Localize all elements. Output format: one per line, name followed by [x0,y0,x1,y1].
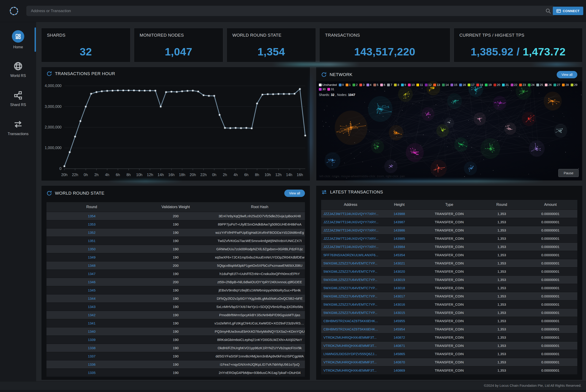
round-link[interactable]: 1336 [46,360,137,368]
address-link[interactable]: JZZJAZ3W7T2J4UXGVQYY7XRY... [321,210,380,218]
address-link[interactable]: VTRDKZMUHRIQHXK4EMMF3T... [321,366,380,374]
root-hash-cell: h1duPq81f7+Uuh/Ff/ZnNr+Cnoku0txQPrh0mrzE… [214,270,305,278]
refresh-icon[interactable] [46,190,52,196]
round-link[interactable]: 1342 [46,311,137,319]
network-graph-canvas[interactable]: Unsharded0123456789101112131415161718192… [317,81,582,180]
height-link[interactable]: 145865 [380,350,418,358]
round-link[interactable]: 1339 [46,336,137,344]
transactions-arrows-icon [13,119,23,129]
wrs-view-all-button[interactable]: View all [284,190,305,197]
height-link[interactable]: 143986 [380,226,418,234]
round-link[interactable]: 1340 [46,327,137,336]
refresh-icon[interactable] [46,71,52,76]
validators-weight-cell: 200 [137,212,214,220]
round-link[interactable]: 1350 [46,245,137,253]
round-link[interactable]: 1344 [46,294,137,302]
sidebar-item-shard-rs[interactable]: Shard RS [0,90,36,107]
sidebar-item-world-rs[interactable]: World RS [0,61,36,78]
height-link[interactable]: 143015 [380,308,418,317]
height-link[interactable]: 140872 [380,333,418,342]
height-link[interactable]: 143988 [380,210,418,218]
height-link[interactable]: 143985 [380,234,418,242]
round-link[interactable]: 1337 [46,352,137,360]
round-link[interactable]: 1347 [46,270,137,278]
amount-cell: 0.00000001 [524,317,577,325]
search-input[interactable] [26,6,555,16]
address-link[interactable]: 5WXGML2Z5Z27U64VEMTC7YP... [321,267,380,276]
round-link[interactable]: 1352 [46,228,137,236]
amount-cell: 0.00000001 [524,300,577,308]
address-link[interactable]: 5WXGML2Z5Z27U64VEMTC7YP... [321,284,380,292]
round-cell: 1,353 [480,267,524,276]
address-link[interactable]: 5WXGML2Z5Z27U64VEMTC7YP... [321,259,380,267]
height-link[interactable]: 143016 [380,300,418,308]
height-link[interactable]: 140870 [380,358,418,366]
main-content: SHARDS 32 MONITORED NODES 1,047 WORLD RO… [36,22,586,381]
round-link[interactable]: 1335 [46,368,137,377]
round-link[interactable]: 1351 [46,236,137,245]
round-link[interactable]: 1341 [46,319,137,327]
height-link[interactable]: 143017 [380,292,418,300]
address-link[interactable]: CBHBMSTR2XAC4Z6T5KK6EHK... [321,325,380,333]
height-link[interactable]: 145354 [380,251,418,259]
round-cell: 1,353 [480,317,524,325]
search-icon[interactable] [545,8,551,14]
address-link[interactable]: JZZJAZ3W7T2J4UXGVQYY7XRY... [321,242,380,251]
height-link[interactable]: 143987 [380,218,418,226]
svg-text:6h: 6h [116,173,120,177]
shard-network-icon [13,90,23,100]
amount-cell: 0.00000001 [524,267,577,276]
round-link[interactable]: 1345 [46,286,137,294]
type-cell: TRANSFER_COIN [418,242,480,251]
height-link[interactable]: 143984 [380,242,418,251]
refresh-icon[interactable] [321,72,327,78]
address-link[interactable]: 5FF763NSXAORZKULWILANXF6... [321,251,380,259]
stat-card-tps: CURRENT TPS / HIGHEST TPS 1,385.92 / 1,4… [454,28,583,62]
round-link[interactable]: 1346 [46,278,137,286]
round-link[interactable]: 1349 [46,253,137,261]
address-link[interactable]: CBHBMSTR2XAC4Z6T5KK6EHK... [321,317,380,325]
address-link[interactable]: VTRDKZMUHRIQHXK4EMMF3T... [321,358,380,366]
address-link[interactable]: JZZJAZ3W7T2J4UXGVQYY7XRY... [321,234,380,242]
address-link[interactable]: 5WXGML2Z5Z27U64VEMTC7YP... [321,276,380,284]
svg-text:1,000,000: 1,000,000 [45,146,61,150]
address-link[interactable]: 5WXGML2Z5Z27U64VEMTC7YP... [321,300,380,308]
amount-cell: 0.00000001 [524,251,577,259]
height-link[interactable]: 145955 [380,317,418,325]
sidebar: Home World RS Shard RS [0,22,36,381]
height-link[interactable]: 145954 [380,325,418,333]
pause-button[interactable]: Pause [558,169,579,177]
address-link[interactable]: 5WXGML2Z5Z27U64VEMTC7YP... [321,292,380,300]
type-cell: TRANSFER_COIN [418,350,480,358]
address-link[interactable]: JZZJAZ3W7T2J4UXGVQYY7XRY... [321,218,380,226]
address-link[interactable]: VTRDKZMUHRIQHXK4EMMF3T... [321,342,380,350]
wrs-row: 1341190v1o2elWVLgFztKgChHUCoLXwWDD+XO29x… [46,319,305,327]
svg-text:3,000,000: 3,000,000 [45,104,61,108]
round-link[interactable]: 1338 [46,344,137,352]
round-link[interactable]: 1354 [46,212,137,220]
amount-cell: 0.00000001 [524,308,577,317]
round-link[interactable]: 1343 [46,302,137,311]
sidebar-item-transactions[interactable]: Transactions [0,119,36,136]
height-link[interactable]: 143018 [380,284,418,292]
height-link[interactable]: 143020 [380,267,418,276]
validators-weight-cell: 190 [137,344,214,352]
height-link[interactable]: 140871 [380,342,418,350]
stat-card-transactions: TRANSACTIONS 143,517,220 [319,28,450,62]
type-cell: TRANSFER_COIN [418,358,480,366]
amount-cell: 0.00000001 [524,259,577,267]
height-link[interactable]: 140869 [380,366,418,374]
connect-button[interactable]: CONNECT [553,7,583,15]
address-link[interactable]: LNWNG5J3OS3YDPZV555Q6ZJ... [321,350,380,358]
tables-row: WORLD ROUND STATE View all Round Validat… [41,186,583,380]
address-link[interactable]: 5WXGML2Z5Z27U64VEMTC7YP... [321,308,380,317]
sidebar-item-home[interactable]: Home [0,30,36,49]
address-link[interactable]: VTRDKZMUHRIQHXK4EMMF3T... [321,333,380,342]
address-link[interactable]: JZZJAZ3W7T2J4UXGVQYY7XRY... [321,226,380,234]
round-link[interactable]: 1348 [46,261,137,270]
round-link[interactable]: 1353 [46,220,137,228]
height-link[interactable]: 143021 [380,259,418,267]
locus-chain-logo[interactable] [9,6,19,16]
height-link[interactable]: 143019 [380,276,418,284]
network-view-all-button[interactable]: View all [557,71,577,78]
